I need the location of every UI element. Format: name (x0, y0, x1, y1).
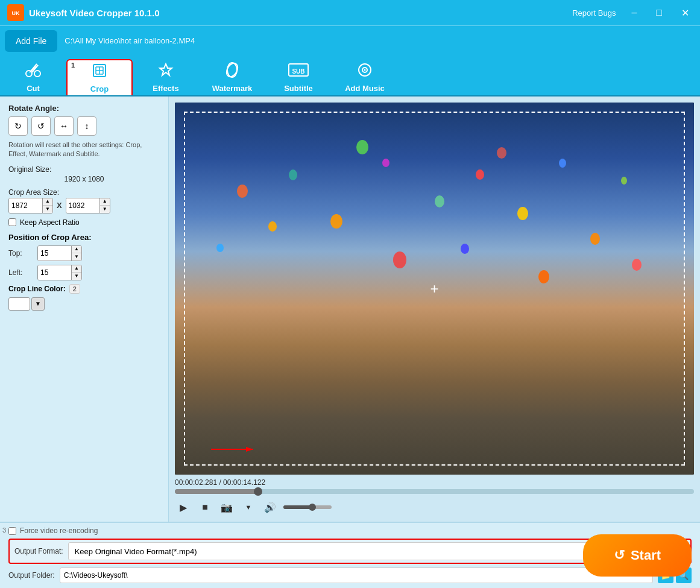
title-bar-left: UK Ukeysoft Video Cropper 10.1.0 (7, 4, 159, 21)
watermark-icon (224, 62, 241, 81)
tab-crop-label: Crop (90, 84, 109, 93)
top-up[interactable]: ▲ (72, 245, 81, 253)
start-label: Start (631, 548, 661, 563)
start-button[interactable]: ↺ Start (583, 534, 692, 577)
close-button[interactable]: ✕ (678, 7, 693, 19)
original-size-label: Original Size: (8, 165, 160, 174)
left-input[interactable] (38, 265, 71, 280)
rotate-angle-label: Rotate Angle: (8, 104, 160, 113)
play-button[interactable]: ▶ (175, 499, 192, 516)
svg-line-5 (30, 65, 38, 72)
title-bar-controls: Report Bugs – □ ✕ (572, 7, 693, 19)
left-spinners: ▲ ▼ (71, 265, 81, 280)
flip-horizontal-button[interactable]: ↔ (54, 116, 74, 136)
bottom-bar: 3 Force video re-encoding Output Format:… (0, 522, 700, 588)
crop-area-size-label: Crop Area Size: (8, 188, 160, 197)
start-icon: ↺ (614, 548, 625, 563)
file-path: C:\All My Video\hot air balloon-2.MP4 (65, 36, 700, 45)
tab-crop[interactable]: 1 Crop (66, 59, 133, 95)
crop-height-input-wrap: ▲ ▼ (66, 198, 110, 213)
crop-height-up[interactable]: ▲ (100, 198, 110, 206)
tab-subtitle[interactable]: SUB Subtitle (265, 59, 332, 95)
crosshair-indicator: + (430, 280, 438, 297)
top-input-wrap: ▲ ▼ (37, 245, 82, 261)
output-folder-input[interactable] (60, 567, 653, 583)
svg-text:SUB: SUB (292, 68, 304, 75)
svg-marker-14 (160, 64, 172, 75)
tab-effects-label: Effects (153, 84, 178, 93)
tab-watermark[interactable]: Watermark (199, 59, 265, 95)
camera-button[interactable]: 📷 (218, 499, 235, 516)
rotate-buttons: ↻ ↺ ↔ ↕ (8, 116, 160, 136)
color-swatch[interactable] (8, 297, 30, 311)
output-format-select[interactable]: Keep Original Video Format(*.mp4) (68, 542, 605, 560)
crop-width-input[interactable] (9, 198, 42, 213)
add-file-button[interactable]: Add File (5, 30, 57, 52)
tab-watermark-label: Watermark (212, 84, 253, 93)
timecode: 00:00:02.281 / 00:00:14.122 (175, 478, 694, 487)
crop-width-input-wrap: ▲ ▼ (8, 198, 53, 213)
volume-slider[interactable] (283, 505, 332, 509)
force-encode-checkbox[interactable] (8, 527, 16, 535)
app-logo: UK (7, 4, 24, 21)
crop-width-down[interactable]: ▼ (43, 206, 52, 213)
crop-line-color-label: Crop Line Color: (8, 285, 66, 293)
left-down[interactable]: ▼ (72, 273, 81, 280)
force-encode-label: Force video re-encoding (20, 526, 98, 535)
title-bar: UK Ukeysoft Video Cropper 10.1.0 Report … (0, 0, 700, 25)
left-row: Left: ▲ ▼ (8, 265, 160, 280)
tab-crop-number: 1 (71, 62, 75, 69)
top-input[interactable] (38, 246, 71, 261)
arrow-indicator (211, 437, 259, 464)
volume-handle[interactable] (309, 504, 316, 511)
tab-addmusic-label: Add Music (345, 84, 385, 93)
video-controls: 00:00:02.281 / 00:00:14.122 ▶ ■ 📷 ▼ 🔊 (175, 478, 694, 516)
tab-addmusic[interactable]: Add Music (332, 59, 398, 95)
svg-point-21 (364, 69, 366, 71)
crop-width-spinners: ▲ ▼ (42, 198, 52, 213)
playback-controls: ▶ ■ 📷 ▼ 🔊 (175, 499, 694, 516)
camera-dropdown-button[interactable]: ▼ (240, 499, 257, 516)
color-dropdown-button[interactable]: ▼ (31, 297, 45, 311)
output-format-label: Output Format: (14, 547, 63, 555)
svg-point-15 (227, 63, 237, 77)
stop-button[interactable]: ■ (197, 499, 213, 516)
keep-aspect-checkbox[interactable] (8, 218, 16, 226)
left-panel: Rotate Angle: ↻ ↺ ↔ ↕ Rotation will rese… (0, 96, 169, 522)
flip-vertical-button[interactable]: ↕ (77, 116, 96, 136)
progress-fill (175, 489, 258, 494)
tab-subtitle-label: Subtitle (284, 84, 313, 93)
minimize-button[interactable]: – (628, 7, 640, 18)
crop-width-up[interactable]: ▲ (43, 198, 52, 206)
video-background: + (175, 103, 694, 475)
app-title: Ukeysoft Video Cropper 10.1.0 (29, 8, 159, 18)
crop-height-input[interactable] (66, 198, 99, 213)
top-label: Top: (8, 249, 33, 258)
step-number-3: 3 (2, 526, 6, 534)
step-number-2: 2 (69, 284, 80, 294)
tab-effects[interactable]: Effects (133, 59, 199, 95)
restore-button[interactable]: □ (652, 7, 666, 18)
original-size-value: 1920 x 1080 (8, 175, 160, 183)
tab-cut[interactable]: Cut (0, 59, 66, 95)
volume-fill (283, 505, 312, 509)
output-folder-label: Output Folder: (8, 571, 55, 580)
report-bugs-link[interactable]: Report Bugs (572, 8, 616, 17)
crop-height-down[interactable]: ▼ (100, 206, 110, 213)
progress-bar[interactable] (175, 489, 694, 494)
svg-point-3 (34, 71, 40, 77)
subtitle-icon: SUB (288, 62, 309, 81)
cut-icon (25, 62, 42, 81)
volume-button[interactable]: 🔊 (262, 499, 279, 516)
svg-text:UK: UK (12, 10, 20, 16)
rotate-clockwise-button[interactable]: ↻ (8, 116, 28, 136)
rotate-counter-button[interactable]: ↺ (31, 116, 51, 136)
crop-height-spinners: ▲ ▼ (99, 198, 110, 213)
video-frame[interactable]: + (175, 103, 694, 475)
left-up[interactable]: ▲ (72, 265, 81, 273)
addmusic-icon (356, 62, 373, 81)
left-input-wrap: ▲ ▼ (37, 265, 82, 280)
left-label: Left: (8, 268, 33, 277)
progress-handle[interactable] (254, 487, 262, 496)
top-down[interactable]: ▼ (72, 253, 81, 261)
